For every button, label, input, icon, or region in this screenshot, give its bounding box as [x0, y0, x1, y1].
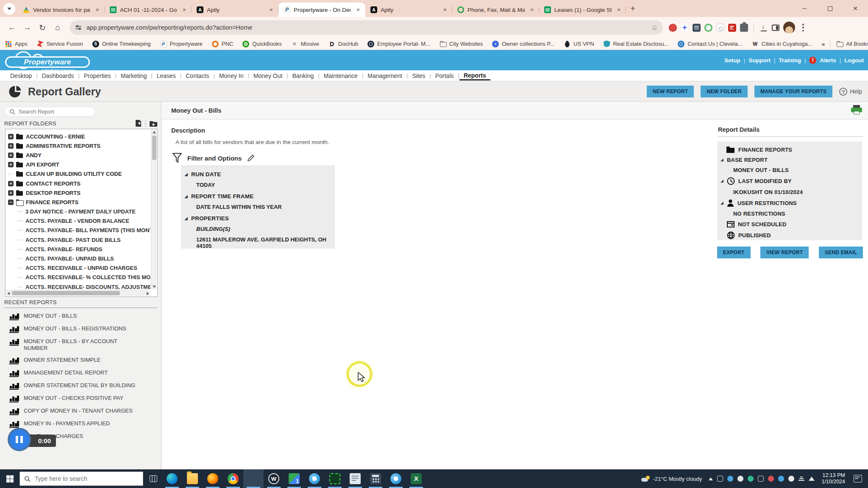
browser-tab[interactable]: Phone, Fax, Mail & Map | Ca× — [452, 3, 539, 17]
new-folder-icon[interactable] — [149, 120, 158, 127]
expand-icon[interactable] — [8, 190, 14, 196]
tray-icon[interactable] — [758, 476, 764, 482]
bookmark-item[interactable]: Missive — [291, 41, 319, 47]
bookmark-item[interactable]: US VPN — [564, 41, 594, 47]
tray-icon[interactable] — [788, 476, 794, 482]
nav-reports-active[interactable]: Reports — [459, 71, 490, 80]
expand-icon[interactable] — [8, 152, 14, 158]
tray-expand-icon[interactable] — [709, 477, 713, 480]
nav-management[interactable]: Management — [363, 71, 406, 80]
action-center-icon[interactable] — [854, 475, 862, 482]
nav-money-out[interactable]: Money Out — [249, 71, 287, 80]
nav-dashboards[interactable]: Dashboards — [38, 71, 78, 80]
tray-icon[interactable] — [768, 476, 774, 482]
report-search[interactable] — [5, 107, 95, 116]
tab-search-button[interactable] — [3, 3, 15, 15]
browser-tab[interactable]: ACH 01 -11-2024 - Google S× — [105, 3, 192, 17]
back-icon[interactable]: ← — [4, 23, 19, 32]
vertical-scrollbar[interactable] — [151, 130, 157, 289]
taskbar-app-phone[interactable] — [304, 469, 325, 488]
taskbar-clock[interactable]: 12:13 PM1/10/2024 — [821, 472, 845, 485]
close-icon[interactable]: × — [354, 6, 362, 14]
view-report-button[interactable]: VIEW REPORT — [760, 247, 809, 258]
new-folder-button[interactable]: NEW FOLDER — [701, 86, 748, 97]
profile-avatar[interactable] — [783, 22, 795, 33]
bookmark-item[interactable]: DocHub — [328, 41, 358, 47]
nav-contacts[interactable]: Contacts — [181, 71, 213, 80]
new-report-icon[interactable] — [135, 119, 142, 127]
tree-folder[interactable]: CONTACT REPORTS — [8, 179, 150, 188]
nav-leases[interactable]: Leases — [153, 71, 180, 80]
logout-link[interactable]: Logout — [844, 57, 864, 64]
extension-icon[interactable] — [669, 24, 677, 32]
tray-icon[interactable] — [727, 476, 733, 482]
alerts-link[interactable]: Alerts — [820, 57, 836, 64]
bookmark-item[interactable]: Propertyware — [160, 41, 203, 47]
taskbar-app-explorer[interactable] — [182, 469, 203, 488]
nav-banking[interactable]: Banking — [288, 71, 318, 80]
collapse-icon[interactable] — [8, 200, 14, 205]
scroll-up-icon[interactable] — [153, 131, 156, 133]
print-icon[interactable] — [851, 105, 862, 115]
scrollbar-thumb[interactable] — [152, 136, 156, 160]
collapse-triangle-icon[interactable] — [184, 217, 188, 220]
tree-folder[interactable]: DESKTOP REPORTS — [8, 188, 150, 197]
taskbar-app-recorder-active[interactable] — [243, 469, 264, 488]
task-view-button[interactable] — [145, 469, 162, 488]
tray-icon[interactable] — [748, 476, 754, 482]
search-input[interactable] — [19, 108, 86, 115]
manage-your-reports-button[interactable]: MANAGE YOUR REPORTS — [754, 86, 832, 97]
recent-report-item[interactable]: MONEY OUT - BILLS — [0, 310, 159, 323]
bookmarks-overflow-icon[interactable]: » — [822, 41, 824, 47]
bookmark-item[interactable]: Owner collections P... — [492, 41, 554, 47]
nav-desktop[interactable]: Desktop — [6, 71, 36, 80]
taskbar-app-workplace[interactable] — [264, 469, 284, 488]
start-button[interactable] — [0, 469, 19, 488]
setup-link[interactable]: Setup — [724, 57, 740, 64]
nav-money-in[interactable]: Money In — [215, 71, 248, 80]
browser-menu-icon[interactable] — [802, 24, 804, 31]
collapse-triangle-icon[interactable] — [721, 158, 723, 161]
side-panel-icon[interactable] — [772, 25, 779, 31]
help-button[interactable]: Help — [839, 88, 862, 96]
maximize-button[interactable] — [817, 0, 843, 17]
downloads-icon[interactable] — [760, 23, 768, 32]
taskbar-app-chrome[interactable] — [223, 469, 243, 488]
scroll-left-icon[interactable] — [7, 292, 10, 295]
close-icon[interactable]: × — [267, 6, 275, 14]
address-bar[interactable]: app.propertyware.com/pw/reporting/report… — [70, 20, 663, 35]
extension-icon[interactable] — [693, 24, 701, 32]
recent-report-item[interactable]: OWNER STATEMENT SIMPLE — [0, 354, 159, 367]
recent-report-item[interactable]: MONEY OUT - BILLS - BY ACCOUNT NUMBER — [0, 336, 159, 354]
browser-tab[interactable]: Aptly× — [365, 3, 452, 17]
expand-icon[interactable] — [8, 134, 14, 139]
tree-folder-expanded[interactable]: FINANCE REPORTS — [8, 197, 150, 207]
edit-pencil-icon[interactable] — [247, 154, 255, 162]
tree-report[interactable]: ACCTS. RECEIVABLE- DISCOUNTS, ADJUSTMENT… — [8, 282, 150, 289]
url-text[interactable]: app.propertyware.com/pw/reporting/report… — [86, 24, 647, 31]
nav-portals[interactable]: Portals — [431, 71, 458, 80]
tray-icon[interactable] — [778, 476, 784, 482]
browser-tab[interactable]: Vendor Invoices for payment× — [18, 3, 105, 17]
taskbar-app-greenshot[interactable] — [325, 469, 345, 488]
pdf-extension-icon[interactable] — [728, 24, 736, 32]
tree-report[interactable]: ACCTS. RECEIVABLE - UNPAID CHARGES — [8, 263, 150, 273]
expand-icon[interactable] — [8, 181, 14, 186]
extensions-puzzle-icon[interactable] — [740, 24, 748, 32]
taskbar-app-notes[interactable] — [345, 469, 365, 488]
browser-tab-active[interactable]: Propertyware - On Demand× — [278, 3, 365, 17]
tree-folder[interactable]: CLEAN UP BUILDING UTILITY CODE — [8, 169, 150, 179]
taskbar-app-excel[interactable] — [406, 469, 426, 488]
recent-report-item[interactable]: COPY OF MONEY IN - TENANT CHARGES — [0, 405, 159, 418]
expand-icon[interactable] — [8, 162, 14, 167]
tray-icon[interactable] — [737, 476, 743, 482]
tree-folder[interactable]: ANDY — [8, 150, 150, 160]
recent-report-item[interactable]: MONEY OUT - BILLS - REGISTRATIONS — [0, 323, 159, 336]
taskbar-app-maps[interactable] — [284, 469, 304, 488]
pause-recording-button[interactable] — [8, 428, 31, 451]
bookmark-star-icon[interactable]: ☆ — [651, 23, 658, 32]
browser-tab[interactable]: Aptly× — [192, 3, 278, 17]
recent-report-item[interactable]: OWNER STATEMENT DETAIL BY BUILDING — [0, 380, 159, 392]
tree-report[interactable]: ACCTS. PAYABLE- REFUNDS — [8, 244, 150, 254]
tree-report[interactable]: 3 DAY NOTICE - PAYMENT DAILY UPDATE — [8, 207, 150, 216]
